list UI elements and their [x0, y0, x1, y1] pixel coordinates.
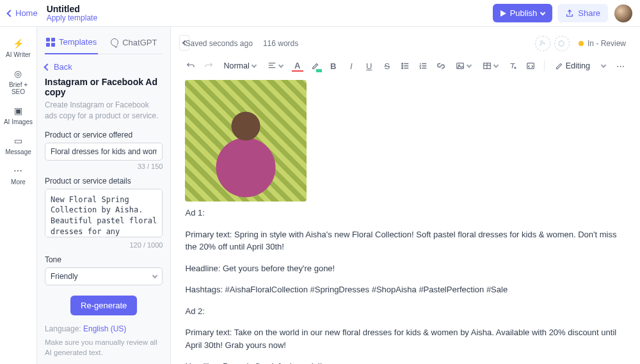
ad1-primary: Primary text: Spring in style with Aisha… — [185, 228, 626, 253]
rail-item-message[interactable]: ▭ Message — [0, 131, 36, 161]
share-button[interactable]: Share — [557, 4, 608, 22]
rail-item-ai-writer[interactable]: ⚡ AI Writer — [0, 33, 36, 63]
status-label: In - Review — [588, 39, 626, 48]
document-content[interactable]: Ad 1: Primary text: Spring in style with… — [171, 80, 640, 364]
highlighter-icon — [311, 61, 320, 70]
ad1-hashtags: Hashtags: #AishaFloralCollection #Spring… — [185, 283, 626, 296]
align-left-icon — [268, 61, 276, 70]
share-label: Share — [578, 8, 600, 18]
code-block-button[interactable] — [525, 60, 536, 72]
rail-item-brief-seo[interactable]: ◎ Brief + SEO — [0, 63, 36, 100]
back-link[interactable]: Back — [45, 62, 163, 72]
strikethrough-button[interactable]: S — [381, 60, 393, 72]
tab-label: Templates — [59, 37, 97, 47]
tone-select[interactable]: Friendly — [45, 267, 163, 285]
send-icon — [500, 10, 506, 17]
tab-templates[interactable]: Templates — [45, 33, 98, 54]
document-title[interactable]: Untitled — [47, 4, 97, 14]
sidebar-tabs: Templates ChatGPT — [45, 33, 163, 54]
code-icon — [526, 61, 535, 70]
add-collaborator-button[interactable] — [535, 36, 550, 51]
clear-format-button[interactable] — [507, 60, 518, 72]
ad2-headline: Headline: Dress in floral, feel special! — [185, 360, 626, 364]
add-tag-button[interactable] — [554, 36, 570, 51]
language-row: Language: English (US) — [45, 324, 163, 333]
chevron-down-icon — [540, 10, 545, 15]
hero-image[interactable] — [185, 80, 307, 202]
message-icon: ▭ — [13, 136, 23, 146]
pencil-icon — [555, 62, 563, 70]
svg-point-2 — [402, 65, 403, 67]
rail-label: AI Images — [4, 118, 33, 125]
bullet-list-button[interactable] — [399, 60, 411, 72]
redo-icon — [204, 61, 213, 70]
details-textarea[interactable] — [45, 189, 163, 237]
align-select[interactable] — [265, 60, 285, 72]
undo-icon — [186, 61, 195, 70]
paragraph-style-select[interactable]: Normal — [221, 60, 258, 72]
product-label: Product or service offered — [45, 131, 163, 139]
editing-mode-select[interactable]: Editing — [552, 60, 608, 72]
chevron-down-icon — [601, 63, 606, 68]
rail-label: Brief + SEO — [1, 81, 35, 95]
rail-label: AI Writer — [6, 51, 31, 58]
text-color-button[interactable]: A — [292, 60, 303, 72]
bold-button[interactable]: B — [328, 60, 339, 72]
editing-label: Editing — [566, 61, 590, 70]
chat-icon — [111, 38, 118, 46]
status-selector[interactable]: In - Review — [579, 39, 626, 48]
chevron-down-icon — [278, 63, 284, 68]
svg-point-0 — [541, 41, 543, 44]
bolt-icon: ⚡ — [13, 38, 23, 49]
template-title: Instagram or Facebook Ad copy — [45, 77, 163, 97]
status-dot-icon — [579, 41, 584, 46]
editor-pane: Saved seconds ago 116 words In - Review … — [171, 27, 640, 364]
tone-label: Tone — [45, 255, 163, 264]
chevron-left-icon — [44, 63, 51, 70]
tone-value: Friendly — [51, 272, 78, 281]
underline-button[interactable]: U — [364, 60, 375, 72]
italic-button[interactable]: I — [346, 60, 357, 72]
link-button[interactable] — [435, 60, 447, 72]
details-counter: 120 / 1000 — [45, 241, 163, 249]
regenerate-button[interactable]: Re-generate — [70, 296, 137, 315]
meta-row: Saved seconds ago 116 words In - Review — [171, 27, 640, 56]
ad1-heading: Ad 1: — [185, 207, 626, 219]
apply-template-link[interactable]: Apply template — [47, 14, 97, 23]
rail-label: More — [11, 178, 26, 186]
svg-point-1 — [402, 63, 403, 65]
image-icon — [456, 61, 465, 70]
rail-label: Message — [5, 148, 31, 155]
list-numbered-icon — [419, 61, 428, 70]
template-description: Create Instagram or Facebook ads copy fo… — [45, 100, 163, 122]
product-input[interactable] — [45, 143, 163, 161]
undo-button[interactable] — [185, 60, 196, 72]
table-insert-select[interactable] — [480, 60, 500, 72]
table-icon — [483, 61, 492, 70]
ad1-headline: Headline: Get yours before they're gone! — [185, 262, 626, 275]
title-block: Untitled Apply template — [47, 4, 97, 23]
more-options-button[interactable]: ⋯ — [614, 60, 626, 72]
saved-status: Saved seconds ago — [185, 39, 252, 48]
chevron-down-icon — [493, 63, 499, 68]
tag-icon — [558, 40, 566, 47]
image-insert-select[interactable] — [453, 60, 474, 72]
word-count: 116 words — [263, 39, 298, 48]
templates-icon — [46, 38, 55, 47]
clear-format-icon — [508, 61, 517, 70]
target-icon: ◎ — [13, 68, 23, 79]
link-icon — [436, 61, 445, 70]
list-bulleted-icon — [401, 61, 410, 70]
back-label: Back — [54, 62, 72, 72]
home-link[interactable]: Home — [8, 8, 38, 18]
highlight-button[interactable] — [310, 60, 321, 72]
rail-item-ai-images[interactable]: ▣ AI Images — [0, 100, 36, 131]
avatar[interactable] — [614, 4, 632, 22]
tab-chatgpt[interactable]: ChatGPT — [109, 33, 158, 54]
redo-button[interactable] — [203, 60, 214, 72]
numbered-list-button[interactable] — [417, 60, 429, 72]
language-link[interactable]: English (US) — [83, 324, 126, 333]
chevron-down-icon — [252, 63, 257, 68]
rail-item-more[interactable]: ⋯ More — [0, 161, 36, 191]
publish-button[interactable]: Publish — [493, 4, 553, 22]
